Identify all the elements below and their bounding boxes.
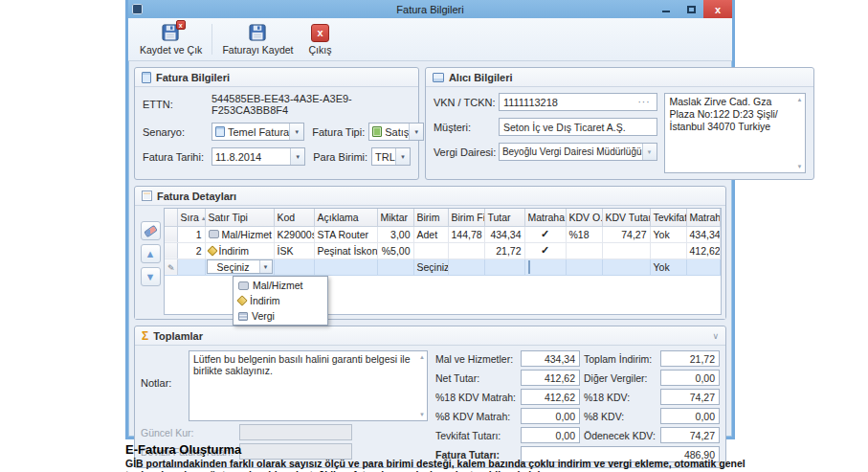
chevron-down-icon[interactable]: ▼: [259, 260, 272, 273]
scroll-up-icon[interactable]: ▲: [797, 97, 803, 102]
chevron-down-icon[interactable]: ▼: [395, 148, 410, 165]
address-box[interactable]: Maslak Zirve Cad. Gza Plaza No:122 D:23 …: [664, 93, 806, 173]
cell-matraha-dahil[interactable]: ✓: [524, 226, 566, 242]
col-aciklama[interactable]: Açıklama: [314, 209, 377, 226]
table-row[interactable]: 2 İndirim İSK Peşinat İskontosu %5,00 21…: [165, 242, 721, 258]
col-kod[interactable]: Kod: [274, 209, 314, 226]
col-tevkifat[interactable]: Tevkifat: [650, 209, 686, 226]
cell-tevkifat[interactable]: [650, 242, 686, 258]
cell-aciklama[interactable]: STA Router: [314, 226, 377, 242]
cell-kod[interactable]: İSK: [274, 242, 314, 258]
cell-tutar[interactable]: 21,72: [484, 242, 524, 258]
cell-aciklama[interactable]: [314, 258, 377, 275]
total-value: 412,62: [521, 370, 580, 386]
senaryo-select[interactable]: Temel Fatura ▼: [211, 123, 304, 141]
cell-birim[interactable]: [413, 242, 448, 258]
checked-checkbox-icon[interactable]: ✓: [541, 228, 549, 239]
checked-checkbox-icon[interactable]: ✓: [541, 244, 549, 256]
move-row-down-button[interactable]: ▼: [141, 267, 161, 286]
collapse-chevron-icon[interactable]: ∨: [712, 331, 719, 341]
musteri-input[interactable]: Seton İç ve Dış Ticaret A.Ş.: [499, 118, 657, 136]
col-matrah[interactable]: Matrah: [686, 209, 721, 226]
scroll-down-icon[interactable]: ▼: [797, 164, 803, 169]
maximize-button[interactable]: [679, 0, 703, 18]
scroll-down-icon[interactable]: ▼: [419, 412, 425, 417]
cell-tutar[interactable]: 434,34: [484, 226, 524, 242]
move-row-up-button[interactable]: ▲: [141, 244, 161, 263]
lookup-ellipsis-button[interactable]: ···: [636, 97, 653, 107]
vergi-dairesi-select[interactable]: Beyoğlu Vergi Dairesi Müdürlüğü ▼: [499, 143, 657, 161]
cell-satir-tipi[interactable]: İndirim: [205, 242, 274, 258]
cell-miktar[interactable]: %5,00: [377, 242, 413, 258]
chevron-down-icon[interactable]: ▼: [289, 124, 303, 140]
cell-tutar[interactable]: [484, 258, 524, 275]
exit-button[interactable]: x Çıkış: [301, 20, 340, 58]
dropdown-option-mal-hizmet[interactable]: Mal/Hizmet: [234, 278, 326, 293]
chevron-down-icon[interactable]: ▼: [290, 148, 304, 165]
cell-birim[interactable]: Adet: [413, 226, 448, 242]
cell-kdv-tutari[interactable]: 74,27: [602, 226, 650, 242]
cell-matrah[interactable]: 412,62: [686, 242, 721, 258]
dropdown-option-indirim[interactable]: İndirim: [234, 293, 326, 308]
cell-birim-fiyati[interactable]: [448, 258, 484, 275]
cell-sira[interactable]: [177, 258, 205, 275]
cell-kdv-orani[interactable]: %18: [566, 226, 602, 242]
col-miktar[interactable]: Miktar: [377, 209, 413, 226]
col-kdv-tutari[interactable]: KDV Tutarı: [602, 209, 650, 226]
fatura-tipi-select[interactable]: Satış ▼: [368, 123, 424, 141]
col-satir-tipi[interactable]: Satır Tipi: [205, 209, 274, 226]
row-selector[interactable]: [165, 226, 177, 242]
cell-satir-tipi[interactable]: Seçiniz ▼: [205, 258, 274, 275]
delete-row-button[interactable]: [141, 221, 161, 240]
cell-kod[interactable]: K29000s: [274, 226, 314, 242]
row-selector[interactable]: [165, 242, 177, 258]
cell-kdv-tutari[interactable]: [602, 242, 650, 258]
cell-aciklama[interactable]: Peşinat İskontosu: [314, 242, 377, 258]
cell-birim-fiyati[interactable]: [448, 242, 484, 258]
save-invoice-icon: [247, 23, 268, 42]
cell-tevkifat[interactable]: Yok: [650, 226, 686, 242]
col-kdv-orani[interactable]: KDV O...: [566, 209, 602, 226]
cell-kdv-orani[interactable]: [566, 258, 602, 275]
cell-kod[interactable]: [274, 258, 314, 275]
save-invoice-button[interactable]: Faturayı Kaydet: [214, 20, 300, 58]
col-birim[interactable]: Birim: [413, 209, 448, 226]
cell-miktar[interactable]: [377, 258, 413, 275]
total-label: Diğer Vergiler:: [584, 372, 657, 384]
cell-matraha-dahil[interactable]: [524, 258, 566, 275]
cell-satir-tipi[interactable]: Mal/Hizmet: [205, 226, 274, 242]
close-button[interactable]: x: [703, 0, 732, 18]
save-and-exit-button[interactable]: x Kaydet ve Çık: [132, 20, 210, 58]
page: Fatura Bilgileri x x Kaydet ve Çık: [0, 0, 868, 472]
notes-textarea[interactable]: Lütfen bu belgenin basılı halini garanti…: [189, 350, 428, 421]
cell-birim-fiyati[interactable]: 144,78: [448, 226, 484, 242]
satir-tipi-select[interactable]: Seçiniz ▼: [207, 259, 273, 274]
cell-kdv-tutari[interactable]: [602, 258, 650, 275]
para-birimi-select[interactable]: TRL ▼: [371, 147, 411, 166]
cell-sira[interactable]: 1: [177, 226, 205, 242]
cell-miktar[interactable]: 3,00: [377, 226, 413, 242]
new-row-editor[interactable]: ✎ Seçiniz ▼: [165, 258, 721, 275]
col-tutar[interactable]: Tutar: [484, 209, 524, 226]
scroll-up-icon[interactable]: ▲: [419, 354, 425, 360]
cell-tevkifat[interactable]: Yok: [650, 258, 686, 275]
details-table-wrap: Sıra▲ Satır Tipi Kod Açıklama Miktar Bir…: [164, 208, 722, 315]
chevron-down-icon[interactable]: ▼: [409, 124, 423, 140]
col-birim-fiyati[interactable]: Birim Fi...: [448, 209, 484, 226]
vkn-input[interactable]: 1111113218 ···: [499, 93, 657, 111]
fatura-tarihi-select[interactable]: 11.8.2014 ▼: [211, 147, 305, 166]
cell-matrah[interactable]: [686, 258, 721, 275]
cell-kdv-orani[interactable]: [566, 242, 602, 258]
cell-sira[interactable]: 2: [177, 242, 205, 258]
cell-birim[interactable]: Seçiniz: [413, 258, 448, 275]
dropdown-option-vergi[interactable]: Vergi: [234, 308, 326, 324]
temel-fatura-icon: [215, 126, 225, 137]
total-label: %8 KDV:: [584, 411, 657, 422]
table-row[interactable]: 1 Mal/Hizmet K29000s STA Router 3,00 Ade…: [165, 226, 721, 242]
partial-checkbox-icon[interactable]: [528, 260, 530, 274]
cell-matrah[interactable]: 434,34: [686, 226, 721, 242]
minimize-button[interactable]: [654, 0, 679, 18]
col-sira[interactable]: Sıra▲: [177, 209, 205, 226]
col-matraha-dahil[interactable]: Matraha ...: [524, 209, 566, 226]
cell-matraha-dahil[interactable]: ✓: [524, 242, 566, 258]
